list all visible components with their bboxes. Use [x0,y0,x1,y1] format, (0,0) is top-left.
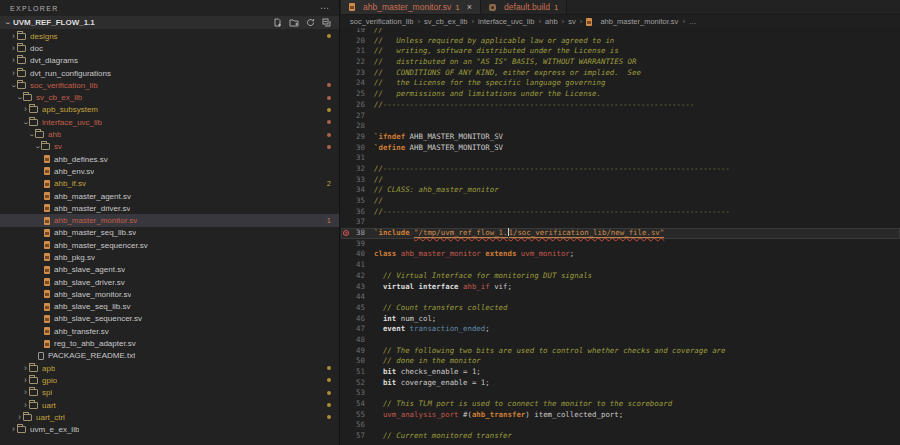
tree-item-ahb-slave-monitor-sv[interactable]: ahb_slave_monitor.sv [0,288,339,300]
breadcrumb-item-soc-verification-lib[interactable]: soc_verification_lib [350,17,413,26]
line-number[interactable]: 31 [341,153,374,164]
code-line-38[interactable]: ×38`include "/tmp/uvm_ref_flow_1.1/soc_v… [341,228,900,239]
code-line-31[interactable]: 31 [341,153,900,164]
tree-item-ahb-slave-driver-sv[interactable]: ahb_slave_driver.sv [0,276,339,288]
tree-item-soc-verification-lib[interactable]: ›soc_verification_lib [0,79,339,91]
tree-item-ahb-defines-sv[interactable]: ahb_defines.sv [0,153,339,165]
tree-item-ahb-master-seq-lib-sv[interactable]: ahb_master_seq_lib.sv [0,227,339,239]
line-number[interactable]: 45 [341,303,374,314]
tree-item-sv-cb-ex-lib[interactable]: ›sv_cb_ex_lib [0,91,339,103]
line-number[interactable]: 56 [341,420,374,431]
line-number[interactable]: 20 [341,36,374,47]
tree-item-ahb-slave-seq-lib-sv[interactable]: ahb_slave_seq_lib.sv [0,301,339,313]
code-line-50[interactable]: 50 // done in the monitor [341,356,900,367]
code-line-49[interactable]: 49 // The following two bits are used to… [341,346,900,357]
code-line-28[interactable]: 28 [341,121,900,132]
tree-item-ahb-if-sv[interactable]: ahb_if.sv2 [0,178,339,190]
tree-item-dvt-diagrams[interactable]: ›dvt_diagrams [0,55,339,67]
line-number[interactable]: 22 [341,57,374,68]
code-line-46[interactable]: 46 int num_col; [341,314,900,325]
tab-default-build[interactable]: default.build1 [481,0,567,14]
tree-item-uart[interactable]: ›uart [0,399,339,411]
line-number[interactable]: 28 [341,121,374,132]
code-line-35[interactable]: 35// [341,196,900,207]
line-number[interactable]: 52 [341,378,374,389]
tree-item-ahb[interactable]: ›ahb [0,128,339,140]
code-line-57[interactable]: 57 // Current monitored transfer [341,431,900,442]
line-number[interactable]: 30 [341,143,374,154]
line-number[interactable]: 42 [341,271,374,282]
tree-item-package-readme-txt[interactable]: PACKAGE_README.txt [0,350,339,362]
code-line-42[interactable]: 42 // Virtual Interface for monitoring D… [341,271,900,282]
line-number[interactable]: 37 [341,217,374,228]
code-line-43[interactable]: 43 virtual interface ahb_if vif; [341,282,900,293]
breadcrumb-item-[interactable]: … [689,17,697,26]
line-number[interactable]: 34 [341,185,374,196]
tree-item-gpio[interactable]: ›gpio [0,374,339,386]
code-line-24[interactable]: 24// the License for the specific langua… [341,78,900,89]
line-number[interactable]: 57 [341,431,374,442]
new-file-icon[interactable] [273,18,282,27]
new-folder-icon[interactable] [289,18,299,27]
line-number[interactable]: 23 [341,68,374,79]
code-line-56[interactable]: 56 [341,420,900,431]
code-line-40[interactable]: 40class ahb_master_monitor extends uvm_m… [341,249,900,260]
code-line-55[interactable]: 55 uvm_analysis_port #(ahb_transfer) ite… [341,410,900,421]
line-number[interactable]: 48 [341,335,374,346]
line-number[interactable]: 50 [341,356,374,367]
tree-item-ahb-slave-agent-sv[interactable]: ahb_slave_agent.sv [0,264,339,276]
tree-item-uvm-e-ex-lib[interactable]: ›uvm_e_ex_lib [0,424,339,436]
line-number[interactable]: 54 [341,399,374,410]
breadcrumb-item-sv[interactable]: sv [568,17,576,26]
code-line-48[interactable]: 48 [341,335,900,346]
tree-item-sv[interactable]: ›sv [0,141,339,153]
line-number[interactable]: 26 [341,100,374,111]
code-line-37[interactable]: 37 [341,217,900,228]
code-line-51[interactable]: 51 bit checks_enable = 1; [341,367,900,378]
line-number[interactable]: 43 [341,282,374,293]
line-number[interactable]: 47 [341,324,374,335]
collapse-all-icon[interactable] [322,18,331,27]
tree-item-ahb-env-sv[interactable]: ahb_env.sv [0,165,339,177]
code-line-39[interactable]: 39 [341,239,900,250]
line-number[interactable]: ×38 [341,228,374,239]
code-line-32[interactable]: 32//------------------------------------… [341,164,900,175]
code-line-36[interactable]: 36//------------------------------------… [341,207,900,218]
line-number[interactable]: 51 [341,367,374,378]
tree-item-designs[interactable]: ›designs [0,30,339,42]
code-line-52[interactable]: 52 bit coverage_enable = 1; [341,378,900,389]
code-line-20[interactable]: 20// Unless required by applicable law o… [341,36,900,47]
code-line-27[interactable]: 27 [341,111,900,122]
tree-item-interface-uvc-lib[interactable]: ›interface_uvc_lib [0,116,339,128]
tree-item-apb-subsystem[interactable]: ›apb_subsystem [0,104,339,116]
tree-item-ahb-master-agent-sv[interactable]: ahb_master_agent.sv [0,190,339,202]
tab-ahb-master-monitor-sv[interactable]: ahb_master_monitor.sv1× [341,0,481,14]
close-icon[interactable]: × [467,2,472,12]
breadcrumb-item-interface-uvc-lib[interactable]: interface_uvc_lib [478,17,534,26]
code-line-34[interactable]: 34// CLASS: ahb_master_monitor [341,185,900,196]
code-line-41[interactable]: 41 [341,260,900,271]
code-line-21[interactable]: 21// writing, software distributed under… [341,46,900,57]
line-number[interactable]: 32 [341,164,374,175]
code-line-23[interactable]: 23// CONDITIONS OF ANY KIND, either expr… [341,68,900,79]
tree-item-ahb-master-driver-sv[interactable]: ahb_master_driver.sv [0,202,339,214]
code-line-44[interactable]: 44 [341,292,900,303]
code-line-26[interactable]: 26//------------------------------------… [341,100,900,111]
tree-item-dvt-run-configurations[interactable]: ›dvt_run_configurations [0,67,339,79]
line-number[interactable]: 39 [341,239,374,250]
line-number[interactable]: 21 [341,46,374,57]
line-number[interactable]: 49 [341,346,374,357]
line-number[interactable]: 46 [341,314,374,325]
refresh-icon[interactable] [306,18,315,27]
line-number[interactable]: 33 [341,175,374,186]
tree-item-ahb-master-monitor-sv[interactable]: ahb_master_monitor.sv1 [0,214,339,226]
breadcrumb-item-ahb-master-monitor-sv[interactable]: ahb_master_monitor.sv [600,17,678,26]
code-line-30[interactable]: 30`define AHB_MASTER_MONITOR_SV [341,143,900,154]
line-number[interactable]: 36 [341,207,374,218]
line-number[interactable]: 35 [341,196,374,207]
tree-item-ahb-transfer-sv[interactable]: ahb_transfer.sv [0,325,339,337]
line-number[interactable]: 55 [341,410,374,421]
code-line-33[interactable]: 33// [341,175,900,186]
tree-item-ahb-pkg-sv[interactable]: ahb_pkg.sv [0,251,339,263]
tree-item-ahb-master-sequencer-sv[interactable]: ahb_master_sequencer.sv [0,239,339,251]
